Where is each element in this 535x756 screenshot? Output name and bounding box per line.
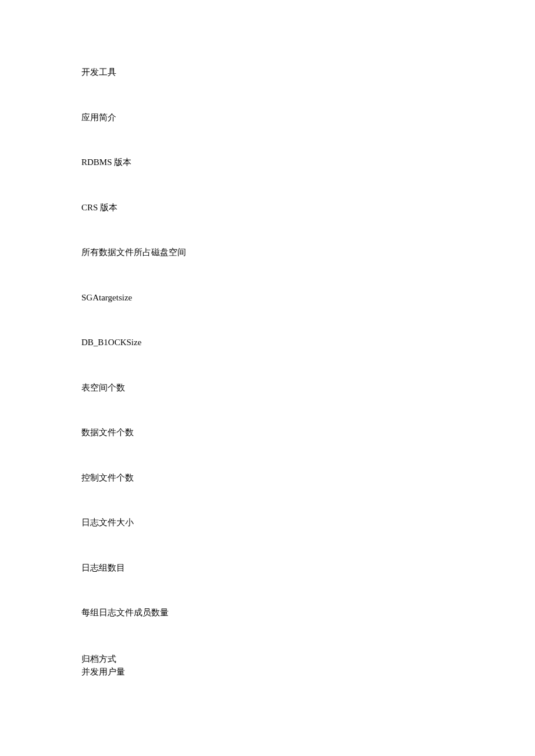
field-concurrent-users: 并发用户量 [81, 665, 535, 679]
field-datafile-disk-space: 所有数据文件所占磁盘空间 [81, 247, 535, 259]
field-datafile-count: 数据文件个数 [81, 427, 535, 439]
field-tablespace-count: 表空间个数 [81, 382, 535, 394]
field-logfile-size: 日志文件大小 [81, 517, 535, 529]
field-controlfile-count: 控制文件个数 [81, 472, 535, 484]
field-app-intro: 应用简介 [81, 112, 535, 124]
field-log-group-count: 日志组数目 [81, 562, 535, 574]
field-log-member-count: 每组日志文件成员数量 [81, 607, 535, 619]
field-archive-concurrent: 归档方式 并发用户量 [81, 653, 535, 679]
field-sga-target-size: SGAtargetsize [81, 292, 535, 304]
field-crs-version: CRS 版本 [81, 202, 535, 214]
field-rdbms-version: RDBMS 版本 [81, 157, 535, 169]
field-dev-tools: 开发工具 [81, 67, 535, 78]
field-db-block-size: DB_B1OCKSize [81, 337, 535, 349]
field-archive-mode: 归档方式 [81, 653, 535, 666]
